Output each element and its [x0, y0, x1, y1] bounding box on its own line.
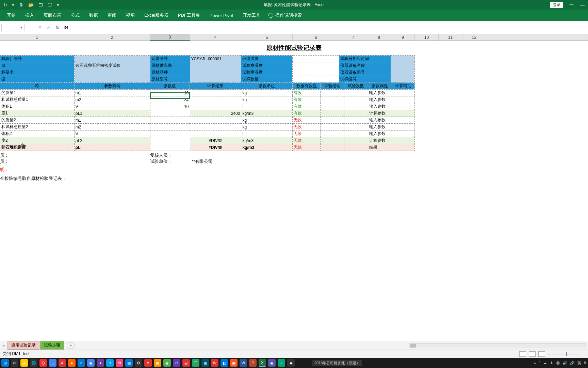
hdr-cell[interactable] — [190, 62, 241, 69]
app-icon-20[interactable]: ◧ — [220, 359, 228, 367]
tab-data[interactable]: 数据 — [84, 10, 103, 21]
tray-link-icon[interactable]: 🔗 — [570, 361, 575, 365]
data-cell[interactable] — [150, 144, 190, 151]
app-icon-12[interactable]: ▾ — [144, 359, 152, 367]
app-icon-18[interactable]: ▦ — [201, 359, 209, 367]
data-cell[interactable] — [150, 137, 190, 144]
tray-more-icon[interactable]: » — [534, 361, 536, 365]
tab-excel-server[interactable]: Excel服务器 — [140, 10, 173, 21]
formula-input[interactable] — [62, 24, 588, 31]
app-icon-3[interactable]: ⊞ — [49, 359, 56, 367]
col-header-6[interactable]: 6 — [293, 34, 339, 41]
zoom-slider[interactable] — [553, 354, 580, 354]
tray-bt-icon[interactable]: ⓑ — [556, 361, 560, 366]
app-icon-14[interactable]: ◉ — [163, 359, 171, 367]
hdr-cell[interactable] — [293, 76, 339, 83]
minimize-icon[interactable]: — — [580, 2, 585, 7]
app-icon-10[interactable]: ▦ — [125, 359, 133, 367]
data-cell[interactable]: 10 — [150, 103, 190, 110]
open-icon[interactable]: 📂 — [28, 2, 34, 7]
hdr-cell[interactable] — [190, 69, 241, 76]
hdr-cell[interactable] — [74, 56, 150, 62]
sheet-tab-steps[interactable]: 试验步骤 — [40, 341, 64, 350]
hdr-cell[interactable] — [391, 76, 415, 83]
tab-home[interactable]: 开始 — [2, 10, 20, 21]
login-button[interactable]: 登录 — [550, 2, 563, 8]
tray-up-icon[interactable]: ^ — [539, 361, 540, 365]
app-icon-1[interactable]: 🌐 — [30, 359, 37, 367]
horizontal-scrollbar[interactable] — [409, 343, 586, 348]
tab-dev[interactable]: 开发工具 — [238, 10, 265, 21]
hscroll-thumb[interactable] — [410, 344, 416, 348]
hdr-cell[interactable] — [391, 56, 415, 62]
sheet-nav-prev-icon[interactable]: ◂ — [0, 343, 7, 348]
hdr-cell[interactable] — [293, 62, 339, 69]
taskbar-file[interactable]: 2018年公司财务账（新建） — [312, 360, 362, 366]
hdr-cell[interactable] — [293, 69, 339, 76]
word-icon[interactable]: W — [240, 359, 247, 367]
hdr-cell[interactable] — [391, 69, 415, 76]
fx-icon[interactable]: fx — [53, 25, 62, 30]
excel-icon[interactable]: X — [259, 359, 266, 367]
hdr-cell[interactable] — [190, 76, 241, 83]
sheet-tab-general[interactable]: 通用试验记录 — [7, 341, 39, 350]
col-header-11[interactable]: 11 — [439, 34, 462, 41]
app-icon-4[interactable]: A — [59, 359, 66, 367]
tray-ime[interactable]: 英 — [577, 361, 581, 366]
enter-icon[interactable]: ✓ — [47, 25, 50, 30]
tab-view[interactable]: 视图 — [121, 10, 140, 21]
data-cell[interactable]: 10 — [150, 90, 190, 96]
app-icon-8[interactable]: ✦ — [106, 359, 114, 367]
col-header-5[interactable]: 5 — [241, 34, 293, 41]
app-icon-13[interactable]: ▣ — [154, 359, 161, 367]
form-icon[interactable]: 🗔 — [38, 2, 43, 7]
tray-net-icon[interactable]: 🖧 — [550, 361, 553, 365]
app-icon-16[interactable]: ◎ — [182, 359, 190, 367]
data-cell[interactable] — [150, 110, 190, 117]
app-icon-6[interactable]: e — [78, 359, 85, 367]
col-header-3[interactable]: 3 — [150, 34, 190, 41]
data-cell[interactable] — [150, 117, 190, 124]
tray-time[interactable]: 8 — [584, 361, 586, 365]
col-header-8[interactable]: 8 — [367, 34, 391, 41]
zoom-in-icon[interactable]: + — [583, 352, 585, 356]
tab-insert[interactable]: 插入 — [20, 10, 39, 21]
tab-review[interactable]: 审阅 — [103, 10, 121, 21]
app-icon-21[interactable]: ▣ — [230, 359, 238, 367]
save-icon[interactable]: 🗎 — [19, 2, 23, 7]
ppt-icon[interactable]: P — [249, 359, 257, 367]
name-box[interactable]: ▼ — [1, 24, 24, 31]
view-layout-icon[interactable] — [529, 351, 536, 357]
start-icon[interactable]: ⊞ — [1, 359, 9, 367]
chrome-icon[interactable]: ◉ — [87, 359, 95, 367]
data-cell[interactable] — [150, 131, 190, 137]
col-header-1[interactable]: 1 — [0, 34, 74, 41]
col-header-10[interactable]: 10 — [415, 34, 439, 41]
col-header-9[interactable]: 9 — [391, 34, 415, 41]
zoom-out-icon[interactable]: − — [548, 352, 550, 356]
tab-pdf[interactable]: PDF工具集 — [173, 10, 205, 21]
app-icon-11[interactable]: ⚙ — [135, 359, 142, 367]
col-header-7[interactable]: 7 — [339, 34, 367, 41]
app-icon-19[interactable]: W — [211, 359, 218, 367]
app-icon-15[interactable]: ✂ — [173, 359, 180, 367]
app-icon-17[interactable]: ☰ — [192, 359, 199, 367]
qat-dd-icon[interactable]: ▾ — [12, 2, 14, 7]
add-sheet-button[interactable]: + — [67, 342, 75, 349]
ribbon-options-icon[interactable]: ▭ — [569, 2, 574, 7]
data-cell[interactable]: 34 — [150, 96, 190, 103]
app-icon-7[interactable]: ● — [97, 359, 104, 367]
hdr-cell[interactable]: 碎石或卵石堆积密度试验 — [74, 62, 150, 69]
data-cell[interactable] — [150, 124, 190, 131]
hdr-cell[interactable]: YCSYJL-000001 — [190, 56, 241, 62]
view-break-icon[interactable] — [538, 351, 545, 357]
name-box-dd-icon[interactable]: ▼ — [20, 26, 23, 29]
tab-formulas[interactable]: 公式 — [66, 10, 84, 21]
tray-cloud-icon[interactable]: ☁ — [543, 361, 547, 365]
col-header-4[interactable]: 4 — [190, 34, 241, 41]
app-icon-24[interactable]: ◆ — [287, 359, 295, 367]
hdr-cell[interactable] — [293, 56, 339, 62]
app-icon-9[interactable]: ✿ — [116, 359, 123, 367]
tell-me-search[interactable]: 操作说明搜索 — [268, 12, 302, 18]
explorer-icon[interactable]: 📁 — [20, 359, 28, 367]
